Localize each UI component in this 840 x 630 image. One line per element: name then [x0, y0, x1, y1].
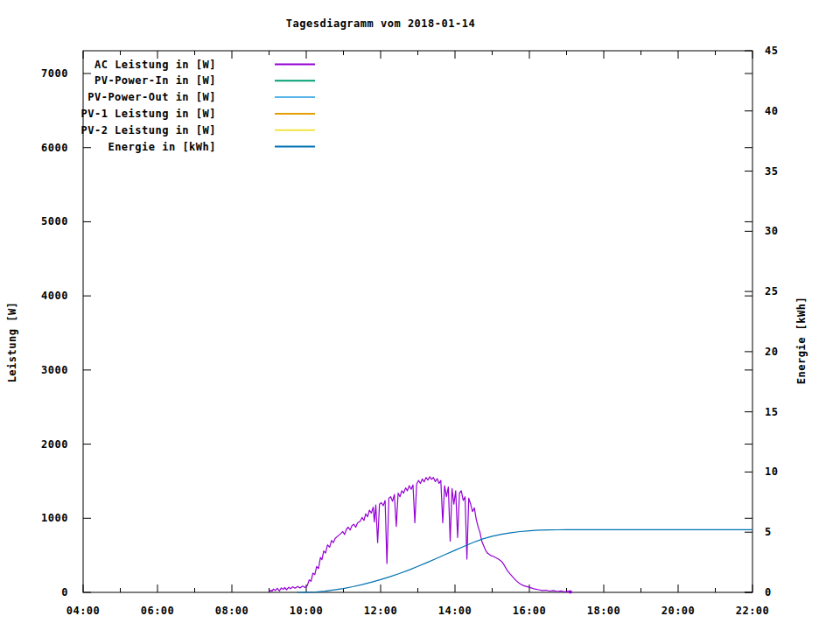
- tagesdiagramm-chart: Tagesdiagramm vom 2018-01-14 Leistung [W…: [0, 0, 840, 630]
- y1-tick-label: 7000: [41, 67, 68, 80]
- series-end-dot: [569, 591, 572, 594]
- y1-tick-label: 3000: [41, 364, 68, 376]
- y1-tick-label: 5000: [41, 215, 68, 228]
- legend-label: PV-Power-Out in [W]: [88, 91, 216, 103]
- y1-tick-label: 6000: [41, 142, 68, 154]
- x-tick-label: 06:00: [141, 605, 175, 617]
- legend-label: PV-1 Leistung in [W]: [81, 108, 217, 120]
- x-tick-label: 04:00: [66, 605, 101, 617]
- plot-svg: 04:0006:0008:0010:0012:0014:0016:0018:00…: [0, 0, 840, 630]
- y2-tick-label: 15: [765, 406, 778, 418]
- x-tick-label: 20:00: [662, 605, 696, 617]
- x-tick-label: 16:00: [513, 605, 547, 617]
- x-tick-label: 10:00: [290, 605, 324, 617]
- y1-tick-label: 0: [61, 586, 68, 598]
- series-energie-in-kwh-: [297, 529, 752, 592]
- y1-tick-label: 2000: [41, 438, 68, 451]
- y1-tick-label: 1000: [41, 512, 68, 524]
- y2-tick-label: 5: [765, 526, 772, 538]
- x-tick-label: 14:00: [438, 605, 472, 617]
- legend-label: PV-Power-In in [W]: [94, 74, 216, 87]
- y2-tick-label: 10: [765, 466, 778, 478]
- legend: AC Leistung in [W]PV-Power-In in [W]PV-P…: [81, 59, 316, 153]
- y2-tick-label: 20: [765, 346, 778, 358]
- series-ac-leistung-in-w-: [270, 477, 570, 592]
- x-tick-label: 18:00: [587, 605, 621, 617]
- y2-tick-label: 30: [765, 225, 778, 237]
- x-tick-label: 12:00: [364, 605, 398, 617]
- y2-tick-label: 25: [765, 285, 778, 298]
- y1-tick-label: 4000: [41, 290, 68, 302]
- x-tick-label: 08:00: [215, 605, 249, 617]
- legend-label: Energie in [kWh]: [108, 141, 216, 153]
- legend-label: PV-2 Leistung in [W]: [81, 124, 217, 136]
- x-tick-label: 22:00: [736, 605, 770, 617]
- y2-tick-label: 0: [765, 586, 772, 598]
- legend-label: AC Leistung in [W]: [94, 59, 216, 71]
- y2-tick-label: 40: [765, 105, 778, 117]
- y2-tick-label: 45: [765, 45, 778, 57]
- y2-tick-label: 35: [765, 165, 778, 178]
